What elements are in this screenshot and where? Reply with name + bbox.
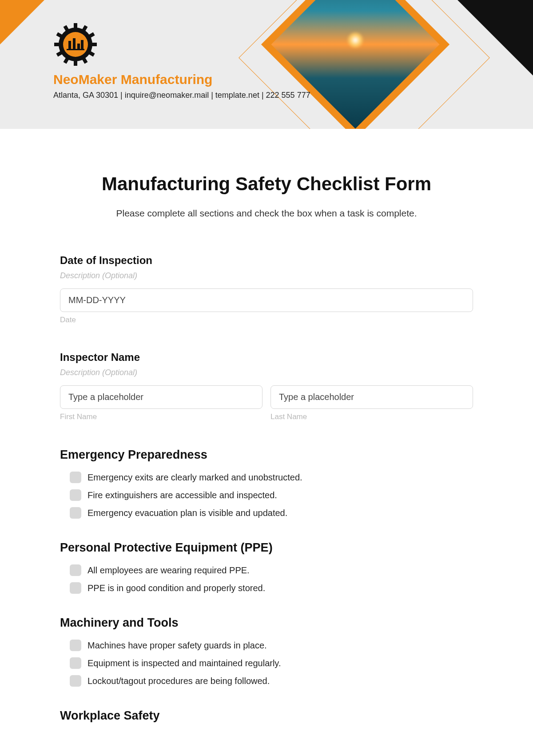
checklist-item: Emergency evacuation plan is visible and…	[60, 507, 473, 519]
date-sublabel: Date	[60, 316, 473, 324]
checkbox[interactable]	[70, 564, 81, 576]
checklist-item-label: Machines have proper safety guards in pl…	[88, 640, 267, 651]
date-label: Date of Inspection	[60, 254, 473, 267]
date-field-group: Date of Inspection Description (Optional…	[60, 254, 473, 324]
checklist-section: Machinery and ToolsMachines have proper …	[60, 616, 473, 687]
inspector-field-group: Inspector Name Description (Optional) Fi…	[60, 351, 473, 421]
page-subtitle: Please complete all sections and check t…	[60, 208, 473, 219]
checkbox[interactable]	[70, 675, 81, 687]
checkbox[interactable]	[70, 640, 81, 651]
checklist-section: Emergency PreparednessEmergency exits ar…	[60, 448, 473, 519]
checklist-item: Fire extinguishers are accessible and in…	[60, 489, 473, 501]
header-banner: NeoMaker Manufacturing Atlanta, GA 30301…	[0, 0, 533, 129]
section-title: Emergency Preparedness	[60, 448, 473, 462]
company-contact: Atlanta, GA 30301 | inquire@neomaker.mai…	[53, 91, 310, 100]
form-content: Manufacturing Safety Checklist Form Plea…	[0, 129, 533, 756]
inspector-label: Inspector Name	[60, 351, 473, 364]
checklist-item: Lockout/tagout procedures are being foll…	[60, 675, 473, 687]
checklist-item-label: Emergency evacuation plan is visible and…	[88, 508, 287, 518]
svg-rect-14	[68, 41, 71, 50]
checklist-section: Personal Protective Equipment (PPE)All e…	[60, 541, 473, 594]
first-name-input[interactable]	[60, 385, 263, 409]
checkbox[interactable]	[70, 472, 81, 483]
checklist-item: Machines have proper safety guards in pl…	[60, 640, 473, 651]
svg-rect-3	[54, 43, 60, 46]
page-title: Manufacturing Safety Checklist Form	[60, 173, 473, 195]
checklist-item-label: All employees are wearing required PPE.	[88, 565, 250, 576]
svg-rect-16	[77, 44, 80, 50]
checklist-item-label: Fire extinguishers are accessible and in…	[88, 490, 277, 500]
date-description: Description (Optional)	[60, 271, 473, 280]
section-title: Personal Protective Equipment (PPE)	[60, 541, 473, 555]
checklist-item: Equipment is inspected and maintained re…	[60, 657, 473, 669]
checklist-item-label: Equipment is inspected and maintained re…	[88, 658, 281, 668]
svg-rect-2	[74, 60, 77, 66]
checklist-item: All employees are wearing required PPE.	[60, 564, 473, 576]
checkbox[interactable]	[70, 507, 81, 519]
checklist-item: Emergency exits are clearly marked and u…	[60, 472, 473, 483]
first-name-sublabel: First Name	[60, 412, 263, 421]
last-name-input[interactable]	[270, 385, 473, 409]
section-title: Machinery and Tools	[60, 616, 473, 630]
checkbox[interactable]	[70, 657, 81, 669]
svg-rect-4	[91, 43, 97, 46]
gear-logo-icon	[53, 22, 98, 67]
checklist-item: PPE is in good condition and properly st…	[60, 582, 473, 594]
svg-rect-1	[74, 23, 77, 29]
last-name-sublabel: Last Name	[270, 412, 473, 421]
date-input[interactable]	[60, 288, 473, 312]
company-name: NeoMaker Manufacturing	[53, 72, 310, 87]
checklist-item-label: PPE is in good condition and properly st…	[88, 583, 265, 593]
checklist-item-label: Lockout/tagout procedures are being foll…	[88, 676, 270, 686]
inspector-description: Description (Optional)	[60, 368, 473, 377]
svg-rect-18	[67, 49, 84, 50]
svg-rect-15	[73, 38, 76, 50]
checklist-item-label: Emergency exits are clearly marked and u…	[88, 472, 302, 483]
checkbox[interactable]	[70, 489, 81, 501]
svg-rect-17	[81, 40, 84, 50]
logo-block: NeoMaker Manufacturing Atlanta, GA 30301…	[53, 22, 310, 100]
section-title: Workplace Safety	[60, 709, 473, 723]
decor-triangle-top-left	[0, 0, 44, 44]
checklist-section: Workplace Safety	[60, 709, 473, 723]
checkbox[interactable]	[70, 582, 81, 594]
